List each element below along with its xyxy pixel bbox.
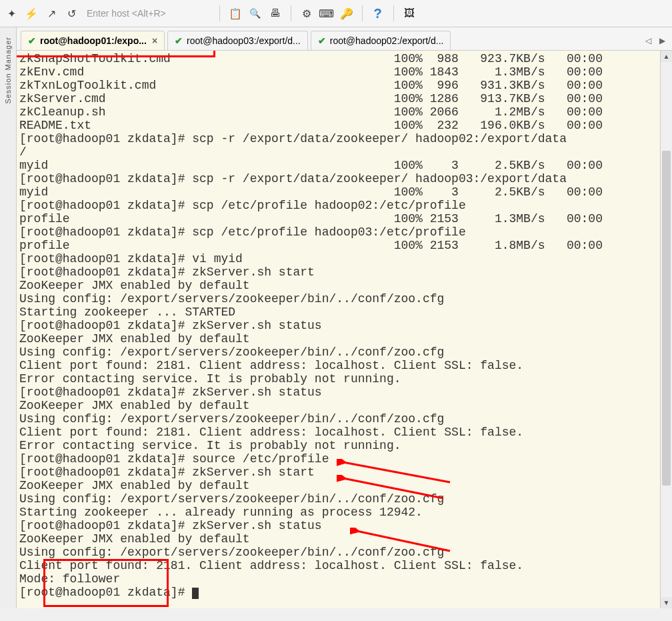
- print-icon[interactable]: 🖶: [268, 6, 283, 21]
- image-icon[interactable]: 🖼: [402, 6, 417, 21]
- toolbar-separator: [291, 5, 291, 21]
- check-icon: ✔: [28, 35, 36, 46]
- tab-bar: ✔ root@hadoop01:/expo... × ✔ root@hadoop…: [17, 27, 672, 51]
- copy-icon[interactable]: 📋: [228, 6, 243, 21]
- tab-next-icon[interactable]: ▶: [659, 36, 665, 45]
- check-icon: ✔: [175, 35, 183, 46]
- close-icon[interactable]: ×: [152, 35, 157, 46]
- toolbar-separator: [362, 5, 363, 21]
- gear-icon[interactable]: ⚙: [299, 6, 314, 21]
- terminal[interactable]: zkSnapShotToolkit.cmd 100% 988 923.7KB/s…: [17, 51, 672, 608]
- terminal-tab-1[interactable]: ✔ root@hadoop01:/expo... ×: [21, 31, 165, 50]
- tab-nav: ◁ ▶: [639, 31, 672, 50]
- key-icon[interactable]: 🔑: [339, 6, 354, 21]
- help-icon[interactable]: ?: [371, 6, 385, 21]
- host-input[interactable]: Enter host <Alt+R>: [87, 8, 166, 19]
- toolbar-separator: [393, 5, 394, 21]
- scroll-down-icon[interactable]: ▼: [661, 597, 672, 608]
- check-icon: ✔: [318, 35, 326, 46]
- toolbar-separator: [219, 5, 220, 21]
- terminal-output: zkSnapShotToolkit.cmd 100% 988 923.7KB/s…: [17, 51, 672, 600]
- session-manager-tab[interactable]: Session Manager: [4, 37, 12, 104]
- session-icon[interactable]: ✦: [4, 6, 19, 21]
- lightning-icon[interactable]: ⚡: [24, 6, 39, 21]
- terminal-tab-2[interactable]: ✔ root@hadoop03:/export/d...: [167, 31, 308, 50]
- sidebar: Session Manager: [0, 27, 17, 608]
- keyboard-icon[interactable]: ⌨: [319, 6, 334, 21]
- send-icon[interactable]: ↗: [44, 6, 59, 21]
- toolbar: ✦ ⚡ ↗ ↺ Enter host <Alt+R> 📋 🔍 🖶 ⚙ ⌨ 🔑 ?…: [0, 0, 672, 27]
- scroll-thumb[interactable]: [662, 151, 671, 486]
- tab-label: root@hadoop02:/export/d...: [330, 35, 444, 46]
- scroll-up-icon[interactable]: ▲: [661, 51, 672, 62]
- binoculars-icon[interactable]: 🔍: [248, 6, 263, 21]
- refresh-icon[interactable]: ↺: [64, 6, 79, 21]
- terminal-tab-3[interactable]: ✔ root@hadoop02:/export/d...: [311, 31, 451, 50]
- vertical-scrollbar[interactable]: ▲ ▼: [660, 51, 672, 608]
- tab-prev-icon[interactable]: ◁: [645, 36, 651, 45]
- tab-label: root@hadoop01:/expo...: [40, 35, 147, 46]
- tab-label: root@hadoop03:/export/d...: [187, 35, 301, 46]
